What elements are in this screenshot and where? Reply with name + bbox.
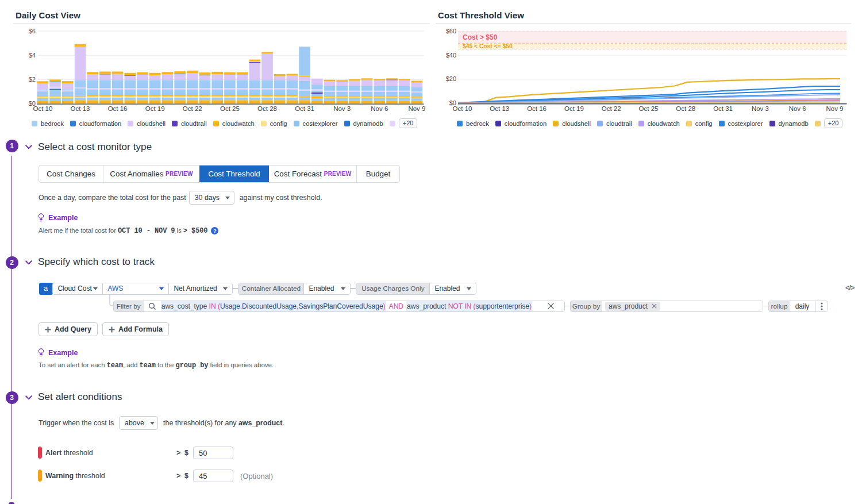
svg-text:Cost > $50: Cost > $50 <box>463 33 498 41</box>
svg-text:$6: $6 <box>29 28 36 34</box>
svg-text:Oct 31: Oct 31 <box>713 105 733 112</box>
svg-text:Oct 13: Oct 13 <box>71 105 90 112</box>
svg-text:Oct 16: Oct 16 <box>108 105 128 112</box>
svg-text:Oct 19: Oct 19 <box>564 105 584 112</box>
svg-text:Oct 25: Oct 25 <box>639 105 659 112</box>
svg-text:Oct 19: Oct 19 <box>145 105 165 112</box>
svg-text:Oct 28: Oct 28 <box>257 105 277 112</box>
svg-text:Oct 16: Oct 16 <box>527 105 547 112</box>
svg-text:$60: $60 <box>446 28 456 34</box>
svg-text:Oct 10: Oct 10 <box>453 105 472 112</box>
svg-text:Oct 22: Oct 22 <box>602 105 621 112</box>
svg-text:Oct 31: Oct 31 <box>295 105 314 112</box>
svg-text:Nov 3: Nov 3 <box>752 105 769 112</box>
svg-text:Nov 6: Nov 6 <box>789 105 806 112</box>
svg-text:Nov 9: Nov 9 <box>408 105 425 112</box>
svg-text:$45 < Cost <= $50: $45 < Cost <= $50 <box>463 43 513 49</box>
svg-text:Nov 6: Nov 6 <box>371 105 388 112</box>
svg-text:Oct 25: Oct 25 <box>220 105 240 112</box>
svg-text:$20: $20 <box>446 75 456 82</box>
svg-text:Oct 22: Oct 22 <box>183 105 202 112</box>
svg-text:$2: $2 <box>29 76 36 83</box>
svg-text:$4: $4 <box>29 52 36 59</box>
svg-text:Oct 28: Oct 28 <box>676 105 695 112</box>
svg-text:Nov 3: Nov 3 <box>333 105 351 112</box>
svg-text:Oct 10: Oct 10 <box>33 105 52 112</box>
svg-text:$40: $40 <box>446 52 456 59</box>
svg-text:Oct 13: Oct 13 <box>490 105 509 112</box>
svg-text:Nov 9: Nov 9 <box>826 105 843 112</box>
